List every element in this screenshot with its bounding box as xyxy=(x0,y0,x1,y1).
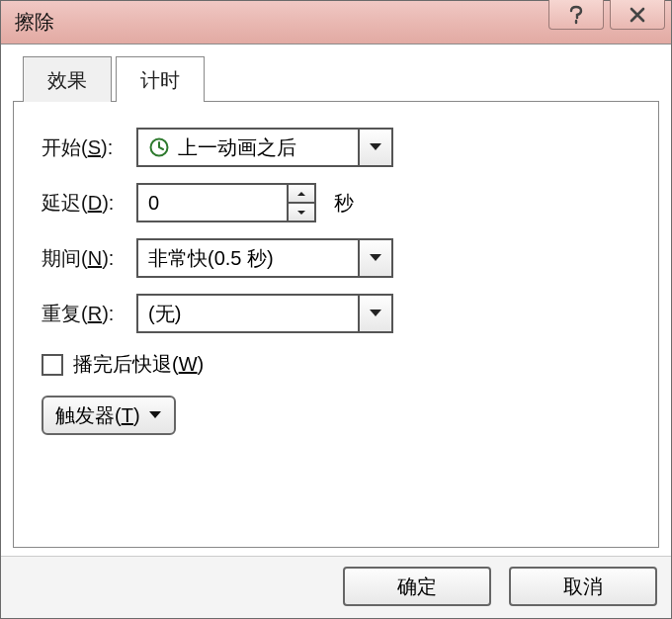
row-delay: 延迟(D): 0 秒 xyxy=(42,183,630,222)
repeat-value: (无) xyxy=(138,301,358,327)
trigger-row: 触发器(T) xyxy=(42,396,630,435)
duration-value: 非常快(0.5 秒) xyxy=(138,245,358,272)
dialog-body: 效果 计时 开始(S): 上一动画之后 xyxy=(1,44,671,556)
trigger-button[interactable]: 触发器(T) xyxy=(42,396,176,435)
start-value: 上一动画之后 xyxy=(138,134,358,161)
chevron-down-icon xyxy=(358,130,391,165)
chevron-up-icon xyxy=(296,191,306,197)
duration-dropdown[interactable]: 非常快(0.5 秒) xyxy=(136,238,393,278)
start-dropdown[interactable]: 上一动画之后 xyxy=(136,128,393,167)
window-controls xyxy=(548,0,665,30)
spinner-up[interactable] xyxy=(289,185,314,202)
help-button[interactable] xyxy=(548,0,604,30)
dialog-wipe: 擦除 效果 计时 开始(S): xyxy=(0,0,672,619)
rewind-checkbox[interactable] xyxy=(42,354,63,376)
chevron-down-icon xyxy=(358,296,391,331)
chevron-down-icon xyxy=(148,410,162,420)
tabpanel-timing: 开始(S): 上一动画之后 xyxy=(13,101,659,548)
tab-effect[interactable]: 效果 xyxy=(23,56,112,102)
cancel-button[interactable]: 取消 xyxy=(509,567,657,606)
ok-button[interactable]: 确定 xyxy=(343,567,491,606)
tab-timing[interactable]: 计时 xyxy=(116,56,205,102)
dialog-footer: 确定 取消 xyxy=(1,556,671,618)
close-button[interactable] xyxy=(610,0,665,30)
row-duration: 期间(N): 非常快(0.5 秒) xyxy=(42,238,630,278)
spinner-buttons xyxy=(287,185,314,221)
clock-icon xyxy=(148,136,170,158)
spinner-down[interactable] xyxy=(289,202,314,221)
repeat-dropdown[interactable]: (无) xyxy=(136,294,393,333)
chevron-down-icon xyxy=(358,240,391,276)
delay-unit: 秒 xyxy=(334,190,354,217)
row-repeat: 重复(R): (无) xyxy=(42,294,630,333)
rewind-label: 播完后快退(W) xyxy=(73,351,204,378)
trigger-label: 触发器(T) xyxy=(55,402,140,429)
label-start: 开始(S): xyxy=(42,134,136,161)
close-icon xyxy=(629,6,646,24)
label-repeat: 重复(R): xyxy=(42,301,136,327)
label-duration: 期间(N): xyxy=(42,245,136,272)
chevron-down-icon xyxy=(296,210,306,216)
dialog-title: 擦除 xyxy=(15,9,54,36)
titlebar: 擦除 xyxy=(1,1,671,44)
tabs: 效果 计时 xyxy=(13,56,659,102)
help-icon xyxy=(568,5,584,25)
rewind-checkbox-row[interactable]: 播完后快退(W) xyxy=(42,351,630,378)
delay-value: 0 xyxy=(138,185,287,221)
label-delay: 延迟(D): xyxy=(42,190,136,217)
row-start: 开始(S): 上一动画之后 xyxy=(42,128,630,167)
delay-spinner[interactable]: 0 xyxy=(136,183,316,222)
